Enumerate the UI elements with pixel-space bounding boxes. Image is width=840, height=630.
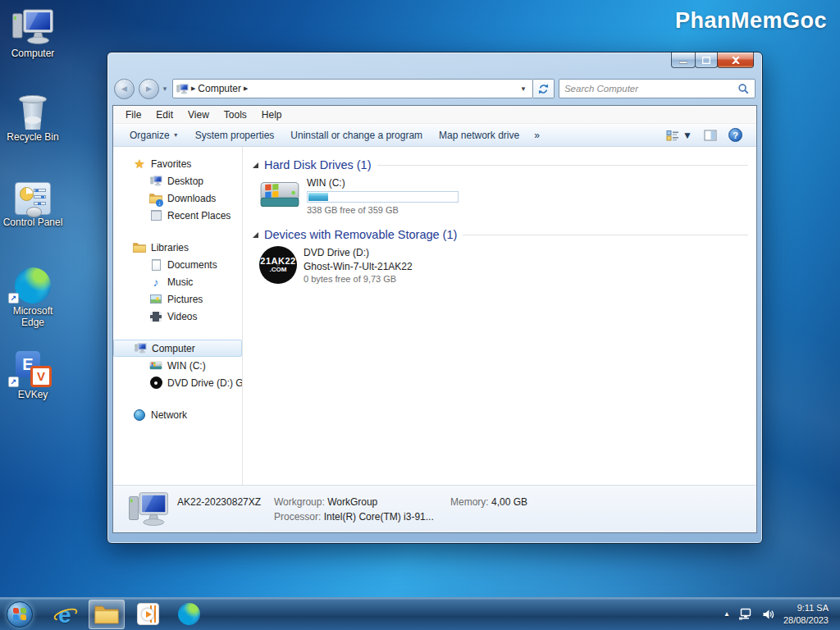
menu-edit[interactable]: Edit (148, 109, 180, 121)
group-header-hard-disks[interactable]: Hard Disk Drives (1) (253, 158, 748, 171)
map-network-drive-button[interactable]: Map network drive (431, 130, 527, 141)
volume-tray-icon[interactable] (761, 608, 775, 621)
sidebar-item-downloads[interactable]: ↓ Downloads (113, 189, 242, 207)
network-tray-icon[interactable] (738, 608, 753, 621)
sidebar-item-pictures[interactable]: Pictures (113, 290, 242, 308)
clock[interactable]: 9:11 SA 28/08/2023 (783, 602, 832, 627)
forward-button[interactable]: ▶ (139, 79, 159, 99)
desktop-icon-control-panel[interactable]: Control Panel (2, 176, 64, 229)
videos-icon (149, 310, 162, 323)
processor-value: Intel(R) Core(TM) i3-91... (324, 511, 434, 523)
change-view-button[interactable]: ▼ (660, 129, 698, 142)
menu-tools[interactable]: Tools (217, 109, 254, 121)
uninstall-program-button[interactable]: Uninstall or change a program (282, 130, 431, 141)
edge-icon (178, 603, 200, 625)
sidebar-item-computer[interactable]: Computer (113, 340, 242, 357)
help-icon: ? (728, 128, 742, 142)
minimize-button[interactable] (671, 52, 696, 68)
taskbar-explorer-button[interactable] (89, 600, 125, 629)
preview-pane-button[interactable] (698, 129, 723, 142)
address-bar[interactable]: ▶ Computer ▶ ▼ (172, 79, 533, 98)
maximize-button[interactable] (695, 52, 718, 68)
watermark: PhanMemGoc (675, 8, 827, 34)
shortcut-arrow-icon: ↗ (8, 377, 19, 387)
toolbar-overflow-chevron[interactable]: » (527, 130, 546, 141)
control-panel-icon (2, 176, 64, 215)
sidebar-item-desktop[interactable]: Desktop (113, 172, 242, 189)
back-button[interactable]: ◀ (114, 79, 135, 99)
close-button[interactable] (717, 52, 754, 68)
address-dropdown-icon[interactable]: ▼ (518, 85, 529, 93)
menu-bar: File Edit View Tools Help (113, 106, 756, 124)
sidebar-item-dvd-drive[interactable]: DVD Drive (D:) Ghost (113, 374, 242, 391)
command-bar: Organize ▼ System properties Uninstall o… (113, 124, 756, 147)
close-icon (732, 57, 740, 64)
recent-pages-dropdown[interactable]: ▼ (162, 85, 168, 93)
desktop-icon-evkey[interactable]: E V ↗ EVKey (2, 348, 64, 401)
search-icon (737, 83, 750, 95)
evkey-icon: E V ↗ (2, 348, 64, 387)
menu-view[interactable]: View (180, 109, 217, 121)
breadcrumb-arrow-icon[interactable]: ▶ (191, 85, 195, 92)
menu-help[interactable]: Help (254, 109, 290, 121)
disk-usage-fill (308, 193, 328, 201)
system-tray: ▲ 9:11 SA 28/08/2023 (724, 602, 840, 627)
drive-item-dvd[interactable]: 21AK22 .COM DVD Drive (D:) Ghost-Win-7-U… (259, 246, 748, 284)
group-header-removable[interactable]: Devices with Removable Storage (1) (253, 228, 748, 241)
recycle-bin-icon (2, 90, 64, 130)
hard-drive-icon (259, 176, 300, 212)
start-button[interactable] (7, 601, 33, 628)
desktop-icon-computer[interactable]: Computer (2, 7, 64, 60)
show-hidden-icons-button[interactable]: ▲ (724, 610, 730, 618)
memory-value: 4,00 GB (491, 496, 527, 508)
maximize-icon (702, 57, 710, 64)
system-properties-button[interactable]: System properties (187, 130, 283, 141)
desktop-icon-microsoft-edge[interactable]: ↗ Microsoft Edge (2, 264, 64, 329)
search-box[interactable] (559, 79, 756, 98)
breadcrumb-computer[interactable]: Computer (198, 83, 241, 94)
sidebar-item-libraries[interactable]: Libraries (113, 239, 242, 256)
taskbar-media-player-button[interactable] (130, 600, 166, 629)
taskbar-edge-button[interactable] (171, 600, 207, 629)
sidebar-item-videos[interactable]: Videos (113, 308, 242, 325)
search-input[interactable] (564, 84, 737, 94)
sidebar-item-favorites[interactable]: ★ Favorites (113, 155, 242, 172)
star-icon: ★ (133, 158, 146, 171)
computer-mini-icon (134, 342, 147, 355)
drive-item-win-c[interactable]: WIN (C:) 338 GB free of 359 GB (259, 176, 748, 215)
dvd-disc-icon: 21AK22 .COM (259, 246, 297, 284)
items-view: Hard Disk Drives (1) WIN (C:) 338 GB fre… (243, 147, 756, 485)
workgroup-label: Workgroup: (274, 496, 325, 508)
refresh-button[interactable] (533, 79, 555, 98)
dvd-volume-label: Ghost-Win-7-Ult-21AK22 (304, 261, 413, 272)
desktop-icon-recycle-bin[interactable]: Recycle Bin (2, 90, 64, 144)
desktop-icon-label: EVKey (2, 390, 64, 401)
title-bar[interactable] (107, 52, 762, 77)
internet-explorer-icon: e (53, 602, 78, 627)
breadcrumb-arrow-icon[interactable]: ▶ (244, 85, 248, 92)
sidebar-item-music[interactable]: ♪ Music (113, 273, 242, 290)
forward-icon: ▶ (146, 84, 152, 93)
sidebar-item-documents[interactable]: Documents (113, 256, 242, 273)
sidebar-item-win-c[interactable]: WIN (C:) (113, 357, 242, 374)
dvd-name: DVD Drive (D:) (304, 247, 413, 258)
media-player-icon (137, 603, 159, 625)
processor-label: Processor: (274, 511, 321, 523)
help-button[interactable]: ? (723, 128, 748, 142)
organize-button[interactable]: Organize ▼ (121, 130, 187, 141)
navigation-pane: ★ Favorites Desktop ↓ Downloads (113, 147, 243, 485)
desktop-icon-label: Microsoft Edge (2, 306, 64, 329)
window-body: File Edit View Tools Help Organize ▼ Sys… (112, 105, 757, 533)
dvd-free-space: 0 bytes free of 9,73 GB (304, 274, 413, 284)
details-pane: AK22-20230827XZ Workgroup: WorkGroup Mem… (113, 485, 756, 532)
group-collapse-icon (253, 162, 258, 168)
music-note-icon: ♪ (149, 276, 162, 289)
menu-file[interactable]: File (118, 109, 148, 121)
workgroup-value: WorkGroup (327, 496, 377, 508)
views-icon (666, 129, 679, 142)
taskbar-internet-explorer-button[interactable]: e (48, 600, 84, 629)
computer-icon (2, 7, 64, 46)
recent-places-icon (149, 209, 162, 222)
sidebar-item-recent-places[interactable]: Recent Places (113, 207, 242, 224)
sidebar-item-network[interactable]: Network (113, 406, 242, 423)
